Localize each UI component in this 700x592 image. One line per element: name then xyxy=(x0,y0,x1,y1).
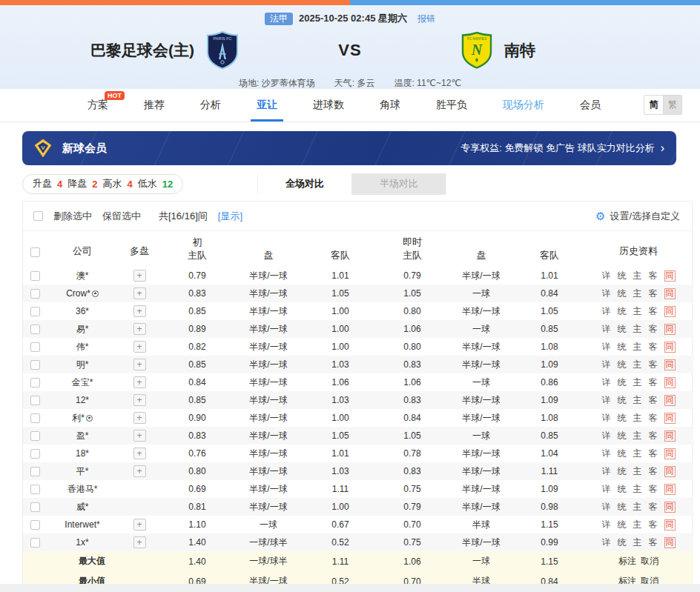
history-link-0[interactable]: 详 xyxy=(602,394,611,407)
nav-tab-0[interactable]: 方案HOT xyxy=(88,89,108,122)
history-link-1[interactable]: 统 xyxy=(618,483,627,496)
row-checkbox[interactable] xyxy=(30,413,40,423)
history-link-1[interactable]: 统 xyxy=(618,394,627,407)
nav-tab-6[interactable]: 胜平负 xyxy=(436,89,467,122)
history-link-4[interactable]: 同 xyxy=(664,342,676,353)
history-link-0[interactable]: 详 xyxy=(602,412,611,425)
history-link-2[interactable]: 主 xyxy=(633,465,642,478)
history-link-3[interactable]: 客 xyxy=(649,448,658,460)
history-link-2[interactable]: 主 xyxy=(633,448,642,460)
row-checkbox[interactable] xyxy=(30,485,40,494)
expand-multi-button[interactable]: + xyxy=(133,394,146,406)
expand-multi-button[interactable]: + xyxy=(133,536,146,548)
expand-multi-button[interactable]: + xyxy=(133,430,146,442)
expand-multi-button[interactable]: + xyxy=(133,412,146,424)
history-link-3[interactable]: 客 xyxy=(649,376,658,389)
select-all-checkbox[interactable] xyxy=(33,211,43,221)
header-checkbox[interactable] xyxy=(30,247,40,257)
nav-tab-8[interactable]: 会员 xyxy=(580,89,601,122)
history-link-3[interactable]: 客 xyxy=(649,465,658,478)
row-checkbox[interactable] xyxy=(30,289,40,299)
company-name[interactable]: 金宝* xyxy=(72,377,93,388)
history-link-4[interactable]: 同 xyxy=(664,430,676,442)
history-link-4[interactable]: 同 xyxy=(664,288,676,299)
history-link-1[interactable]: 统 xyxy=(618,501,627,513)
history-link-2[interactable]: 主 xyxy=(633,394,642,407)
company-name[interactable]: Interwet* xyxy=(65,519,99,530)
row-checkbox[interactable] xyxy=(30,378,40,388)
expand-multi-button[interactable]: + xyxy=(133,341,146,353)
history-link-1[interactable]: 统 xyxy=(618,376,627,389)
company-name[interactable]: 平* xyxy=(76,466,89,476)
history-link-1[interactable]: 统 xyxy=(618,519,627,531)
history-link-2[interactable]: 主 xyxy=(633,376,642,389)
company-name[interactable]: 1x* xyxy=(76,537,88,548)
lang-traditional-button[interactable]: 繁 xyxy=(663,96,681,114)
row-checkbox[interactable] xyxy=(30,538,40,548)
history-link-0[interactable]: 详 xyxy=(602,501,611,513)
summary-action-1[interactable]: 取消 xyxy=(641,556,658,566)
history-link-3[interactable]: 客 xyxy=(649,430,658,442)
history-link-3[interactable]: 客 xyxy=(649,359,658,371)
history-link-4[interactable]: 同 xyxy=(664,306,676,317)
history-link-2[interactable]: 主 xyxy=(633,536,642,549)
history-link-2[interactable]: 主 xyxy=(633,430,642,442)
row-checkbox[interactable] xyxy=(30,431,40,441)
history-link-3[interactable]: 客 xyxy=(649,501,658,513)
nav-tab-3[interactable]: 亚让 xyxy=(257,89,277,122)
nav-tab-2[interactable]: 分析 xyxy=(200,89,221,122)
history-link-3[interactable]: 客 xyxy=(649,305,658,318)
banner-benefits-link[interactable]: 专享权益: 免费解锁 免广告 球队实力对比分析 › xyxy=(460,142,664,155)
row-checkbox[interactable] xyxy=(30,449,40,459)
row-checkbox[interactable] xyxy=(30,325,40,334)
history-link-2[interactable]: 主 xyxy=(633,287,642,300)
row-checkbox[interactable] xyxy=(30,360,40,370)
expand-multi-button[interactable]: + xyxy=(133,305,146,317)
history-link-1[interactable]: 统 xyxy=(618,287,627,300)
history-link-2[interactable]: 主 xyxy=(633,270,642,282)
company-name[interactable]: 36* xyxy=(76,306,89,316)
settings-control[interactable]: ⚙ 设置/选择自定义 xyxy=(595,210,680,223)
row-checkbox[interactable] xyxy=(30,271,40,281)
history-link-4[interactable]: 同 xyxy=(664,377,676,388)
nav-tab-7[interactable]: 现场分析 xyxy=(503,89,544,122)
row-checkbox[interactable] xyxy=(30,342,40,352)
company-name[interactable]: 澳* xyxy=(76,270,89,281)
history-link-1[interactable]: 统 xyxy=(618,341,627,353)
history-link-0[interactable]: 详 xyxy=(602,341,611,353)
history-link-0[interactable]: 详 xyxy=(602,519,611,531)
row-checkbox[interactable] xyxy=(30,520,40,530)
company-name[interactable]: 12* xyxy=(76,395,89,405)
half-match-toggle[interactable]: 半场对比 xyxy=(351,173,446,195)
history-link-0[interactable]: 详 xyxy=(602,536,611,549)
history-link-3[interactable]: 客 xyxy=(649,287,658,300)
history-link-0[interactable]: 详 xyxy=(602,359,611,371)
company-name[interactable]: 利* xyxy=(72,413,85,423)
history-link-2[interactable]: 主 xyxy=(633,305,642,318)
history-link-2[interactable]: 主 xyxy=(633,519,642,531)
company-name[interactable]: 盈* xyxy=(76,430,89,441)
history-link-0[interactable]: 详 xyxy=(602,287,611,300)
history-link-0[interactable]: 详 xyxy=(602,465,611,478)
report-error-link[interactable]: 报错 xyxy=(417,13,435,25)
history-link-3[interactable]: 客 xyxy=(649,394,658,407)
history-link-4[interactable]: 同 xyxy=(664,270,676,282)
expand-multi-button[interactable]: + xyxy=(133,323,146,335)
history-link-4[interactable]: 同 xyxy=(664,359,676,370)
history-link-1[interactable]: 统 xyxy=(618,412,627,425)
history-link-2[interactable]: 主 xyxy=(633,359,642,371)
row-checkbox[interactable] xyxy=(30,307,40,316)
history-link-2[interactable]: 主 xyxy=(633,412,642,425)
history-link-4[interactable]: 同 xyxy=(664,519,676,531)
summary-action-0[interactable]: 标注 xyxy=(618,556,636,566)
history-link-0[interactable]: 详 xyxy=(602,483,611,496)
history-link-2[interactable]: 主 xyxy=(633,323,642,336)
expand-multi-button[interactable]: + xyxy=(133,359,146,370)
company-name[interactable]: 香港马* xyxy=(67,484,98,494)
history-link-2[interactable]: 主 xyxy=(633,501,642,513)
nav-tab-5[interactable]: 角球 xyxy=(380,89,400,122)
history-link-2[interactable]: 主 xyxy=(633,341,642,353)
company-name[interactable]: 18* xyxy=(76,448,89,459)
history-link-3[interactable]: 客 xyxy=(649,536,658,549)
history-link-0[interactable]: 详 xyxy=(602,305,611,318)
